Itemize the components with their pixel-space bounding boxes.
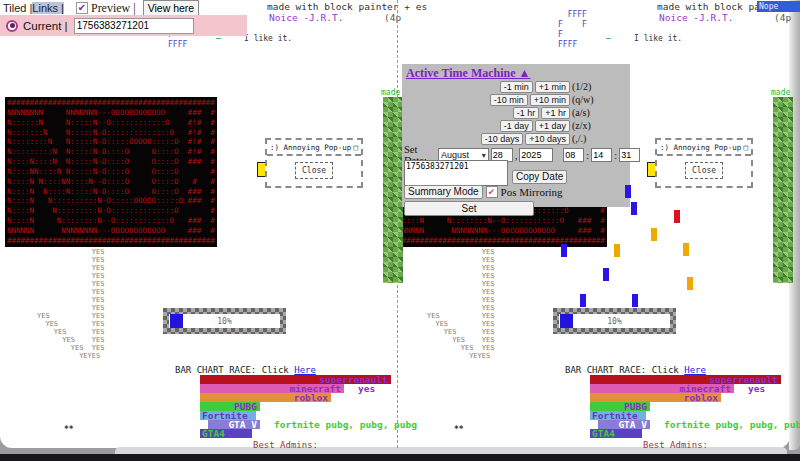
- preview-label: Preview |: [91, 1, 139, 16]
- summary-mode-row: Summary Mode Pos Mirroring: [404, 185, 563, 199]
- chart-bar-suffix: yes: [358, 383, 375, 394]
- time-plus-button[interactable]: +1 hr: [541, 107, 570, 119]
- select-arrow-icon: [482, 150, 486, 160]
- time-plus-button[interactable]: +10 days: [525, 133, 570, 145]
- chart-bar: roblox: [200, 393, 331, 402]
- active-time-machine-link[interactable]: Active Time Machine ▲: [406, 66, 530, 81]
- confetti-piece: [683, 243, 689, 256]
- progress-bar: 10%: [553, 308, 676, 334]
- confetti-piece: [580, 294, 586, 307]
- paren-fragment-text: (4p: [774, 13, 791, 23]
- time-minus-button[interactable]: -1 min: [500, 81, 533, 93]
- green-texture-strip: [383, 97, 403, 283]
- chart-bar-label: roblox: [684, 393, 718, 402]
- links-link[interactable]: Links |: [32, 2, 64, 14]
- page-root: { "toolbar": { "tiled": "Tiled |", "link…: [0, 0, 800, 461]
- chart-bar: roblox: [590, 393, 721, 402]
- bar-chart-race-heading: BAR CHART RACE: Click Here: [175, 365, 316, 375]
- best-admins-text: Best Admins:: [643, 440, 708, 450]
- chart-bar-label: GTA V: [228, 420, 257, 429]
- chart-bar-suffix: yes: [748, 383, 765, 394]
- view-here-button[interactable]: View here: [143, 0, 200, 16]
- key-hint: (q/w): [572, 94, 608, 105]
- current-radio[interactable]: [6, 20, 18, 32]
- chart-bar: GTA4: [200, 429, 252, 438]
- race-heading-text: BAR CHART RACE: Click: [565, 365, 684, 375]
- timestamp-textarea[interactable]: 1756383271201: [404, 160, 508, 186]
- yes-ascii-art: YES YES YES YES YES YES YES YES YES YES …: [37, 248, 104, 360]
- current-timestamp-input[interactable]: [74, 18, 194, 34]
- key-hint: (z/x): [572, 120, 608, 131]
- popup-title: :) Annoying Pop-up: [660, 143, 741, 152]
- time-minus-button[interactable]: -10 min: [490, 94, 528, 106]
- time-minus-button[interactable]: -1 hr: [513, 107, 540, 119]
- second-input[interactable]: [619, 148, 640, 162]
- time-step-row: -1 hr+1 hr (a/s): [402, 106, 608, 119]
- time-minus-button[interactable]: -1 day: [500, 120, 533, 132]
- chart-bar-row: roblox: [200, 393, 417, 402]
- annoying-popup-dialog: :) Annoying Pop-up □ Close: [655, 138, 753, 188]
- summary-mode-button[interactable]: Summary Mode: [404, 185, 483, 199]
- popup-title-bar: :) Annoying Pop-up □: [657, 140, 751, 156]
- confetti-piece: [614, 244, 620, 257]
- copy-date-button[interactable]: Copy Date: [512, 170, 567, 184]
- race-here-link[interactable]: Here: [684, 365, 706, 375]
- noice-signature-text: Noice -J.R.T.: [269, 13, 343, 23]
- progress-bar: 10%: [163, 308, 286, 334]
- chart-bar-row: GTA4: [200, 429, 417, 438]
- popup-window-icon[interactable]: □: [743, 143, 748, 152]
- progress-fill: [560, 314, 573, 328]
- bar-chart-race-heading: BAR CHART RACE: Click Here: [565, 365, 706, 375]
- progress-fill: [170, 314, 183, 328]
- chart-bar-label: GTA4: [592, 429, 615, 438]
- green-texture-strip: [773, 97, 793, 283]
- progress-label: 10%: [607, 317, 621, 326]
- popup-close-button[interactable]: Close: [685, 162, 723, 179]
- bar-chart: superrenaultminecraftyesrobloxPUBGFortni…: [200, 375, 417, 438]
- race-here-link[interactable]: Here: [294, 365, 316, 375]
- confetti-piece: [603, 268, 609, 281]
- time-plus-button[interactable]: +1 day: [535, 120, 570, 132]
- set-button[interactable]: Set: [404, 201, 534, 216]
- popup-close-button[interactable]: Close: [295, 162, 333, 179]
- footnote-asterisks: **: [64, 425, 74, 434]
- month-value: August: [441, 150, 469, 160]
- chart-bar: GTA4: [590, 429, 642, 438]
- confetti-piece: [561, 244, 567, 257]
- popup-window-icon[interactable]: □: [353, 143, 358, 152]
- green-made-label: made: [771, 88, 790, 97]
- time-plus-button[interactable]: +10 min: [530, 94, 570, 106]
- green-underscore-cursor: _: [606, 30, 611, 40]
- time-plus-button[interactable]: +1 min: [535, 81, 570, 93]
- time-minus-button[interactable]: -10 days: [481, 133, 524, 145]
- chart-bar-row: GTA4: [590, 429, 800, 438]
- pos-mirroring-label: Pos Mirroring: [501, 186, 563, 198]
- popup-title-bar: :) Annoying Pop-up □: [267, 140, 361, 156]
- confetti-piece: [687, 277, 693, 290]
- year-input[interactable]: [519, 148, 553, 162]
- date-comma: ,: [515, 150, 518, 161]
- mirror-half-left: FFFF F F F FFFF _ made with block painte…: [0, 0, 400, 448]
- confetti-piece: [651, 228, 657, 241]
- chart-bar-row: GTA Vfortnite pubg, pubg, pubg: [200, 420, 417, 429]
- taskbar: [0, 454, 800, 461]
- confetti-piece: [625, 185, 631, 198]
- progress-track: 10%: [559, 314, 670, 328]
- chart-bar-label: GTA V: [618, 420, 647, 429]
- key-hint: (1/2): [572, 81, 608, 92]
- chart-bar-row: GTA Vfortnite pubg, pubg, pubg: [590, 420, 800, 429]
- i-like-it-text: I like it.: [634, 34, 682, 43]
- hour-input[interactable]: [563, 148, 584, 162]
- no-ascii-art: ########################################…: [5, 97, 217, 247]
- noice-signature-text: Noice -J.R.T.: [659, 13, 733, 23]
- pos-mirroring-checkbox[interactable]: [486, 186, 498, 198]
- time-colon: :: [586, 150, 589, 161]
- preview-checkbox[interactable]: [76, 2, 88, 14]
- chart-bar-label: roblox: [294, 393, 328, 402]
- tiled-link[interactable]: Tiled |: [3, 2, 32, 14]
- footnote-asterisks: **: [454, 425, 464, 434]
- minute-input[interactable]: [591, 148, 612, 162]
- time-colon: :: [614, 150, 617, 161]
- i-like-it-text: I like it.: [244, 34, 292, 43]
- green-made-label: made: [381, 88, 400, 97]
